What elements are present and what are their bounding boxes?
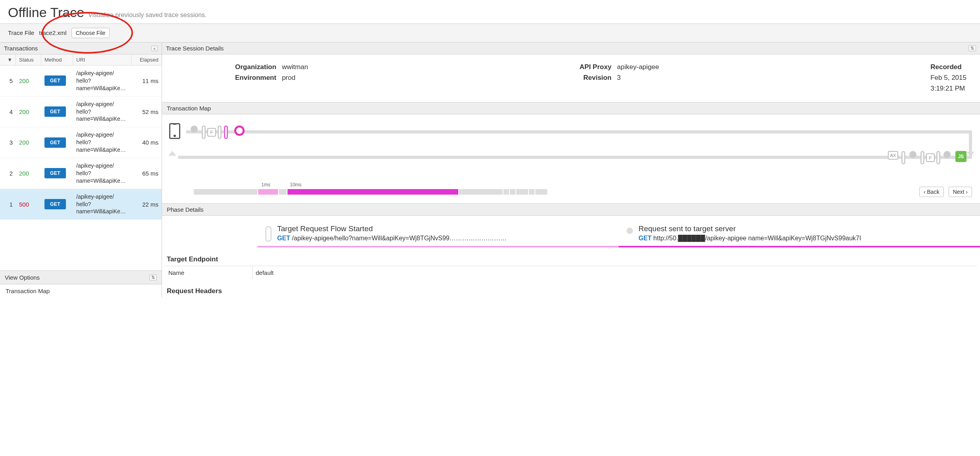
view-options-toggle[interactable]: ⇅ (149, 274, 157, 280)
target-endpoint-title: Target Endpoint (165, 253, 977, 266)
col-sort[interactable]: ▼ (0, 54, 16, 65)
flow-line-top (186, 130, 972, 133)
tx-status: 500 (16, 201, 41, 208)
col-method[interactable]: Method (41, 54, 73, 65)
tx-status: 200 (16, 139, 41, 146)
trace-file-name: trace2.xml (39, 29, 66, 36)
flow-target[interactable]: JS (955, 151, 966, 162)
phase-card-title: Target Request Flow Started (277, 224, 507, 233)
flow-step[interactable] (901, 151, 905, 164)
next-button[interactable]: Next › (949, 187, 972, 197)
flow-step[interactable] (191, 126, 198, 133)
phase-path: /apikey-apigee/hello?name=Will&apiKey=Wj… (292, 235, 507, 242)
tx-method: GET (41, 75, 73, 86)
tx-method: GET (41, 199, 73, 209)
request-headers-title: Request Headers (165, 285, 977, 298)
tx-uri: /apikey-apigee/hello?name=Will&apiKe… (73, 100, 131, 123)
env-value: prod (282, 72, 308, 83)
phase-card-title: Request sent to target server (639, 224, 861, 233)
flow-step[interactable]: AX (888, 151, 898, 160)
step-f-chip: F (207, 128, 216, 137)
col-status[interactable]: Status (16, 54, 41, 65)
transaction-row[interactable]: 5200GET/apikey-apigee/hello?name=Will&ap… (0, 66, 162, 97)
timeline-seg (535, 189, 547, 195)
flow-step-selected[interactable] (234, 126, 245, 136)
timeline-label-10ms: 10ms (290, 182, 301, 187)
phase-card-request-sent[interactable]: Request sent to target server GET http:/… (619, 221, 980, 247)
step-dot-icon (909, 151, 916, 158)
transaction-row[interactable]: 4200GET/apikey-apigee/hello?name=Will&ap… (0, 97, 162, 128)
step-pill-icon (936, 151, 940, 164)
tx-index: 4 (0, 108, 16, 115)
tx-elapsed: 52 ms (131, 108, 162, 115)
phase-card-target-request[interactable]: Target Request Flow Started GET /apikey-… (257, 221, 619, 247)
transaction-row[interactable]: 1500GET/apikey-apigee/hello?name=Will&ap… (0, 189, 162, 220)
step-pill-icon (218, 126, 222, 139)
details-toggle[interactable]: ⇅ (968, 45, 976, 51)
timeline-seg (529, 189, 534, 195)
transaction-row[interactable]: 3200GET/apikey-apigee/hello?name=Will&ap… (0, 127, 162, 158)
env-label: Environment (235, 72, 276, 83)
transaction-row[interactable]: 2200GET/apikey-apigee/hello?name=Will&ap… (0, 158, 162, 189)
timeline[interactable]: 1ms 10ms (194, 189, 914, 195)
step-dot-icon (943, 151, 951, 158)
trace-details-panel: Trace Session Details ⇅ Organization Env… (162, 43, 980, 298)
tx-status: 200 (16, 170, 41, 177)
timeline-row: 1ms 10ms ‹ Back Next › (162, 182, 980, 203)
phase-path: http://50.██████/apikey-apigee name=Will… (653, 235, 861, 242)
view-options-header[interactable]: View Options ⇅ (0, 271, 162, 284)
flow-arrow-up-icon (168, 151, 176, 156)
view-options-title: View Options (5, 274, 40, 281)
flow-step[interactable] (943, 151, 951, 158)
tx-index: 1 (0, 201, 16, 208)
tx-method: GET (41, 137, 73, 148)
recorded-label: Recorded (930, 62, 966, 72)
transaction-map[interactable]: F JS F AX (162, 114, 980, 182)
endpoint-name-label: Name (165, 266, 253, 279)
method-pill: GET (44, 168, 66, 178)
flow-arrow-down-icon (966, 152, 974, 157)
timeline-seg-magenta (287, 189, 458, 195)
col-elapsed[interactable]: Elapsed (131, 54, 162, 65)
col-uri[interactable]: URI (73, 54, 131, 65)
flow-step[interactable] (224, 126, 228, 139)
choose-file-button[interactable]: Choose File (71, 28, 110, 38)
proxy-label: API Proxy (580, 62, 612, 72)
timeline-seg-pink (258, 189, 278, 195)
recorded-time: 3:19:21 PM (930, 83, 966, 94)
http-verb: GET (277, 235, 290, 242)
phase-cards: Target Request Flow Started GET /apikey-… (162, 216, 980, 247)
step-dot-icon (191, 126, 198, 133)
tx-uri: /apikey-apigee/hello?name=Will&apiKe… (73, 193, 131, 216)
collapse-transactions-button[interactable]: « (151, 46, 158, 51)
step-pill-icon (920, 151, 924, 164)
flow-step[interactable]: F (920, 151, 940, 164)
step-ring-icon (234, 126, 245, 136)
method-pill: GET (44, 199, 66, 209)
tx-uri: /apikey-apigee/hello?name=Will&apiKe… (73, 162, 131, 185)
step-pill-magenta-icon (224, 126, 228, 139)
tx-status: 200 (16, 77, 41, 84)
timeline-seg (279, 189, 287, 195)
details-title: Trace Session Details (166, 45, 224, 52)
tx-uri: /apikey-apigee/hello?name=Will&apiKe… (73, 131, 131, 154)
trace-file-label: Trace File (8, 29, 34, 36)
tx-elapsed: 40 ms (131, 139, 162, 146)
tx-index: 3 (0, 139, 16, 146)
details-header: Trace Session Details ⇅ (162, 43, 980, 54)
tx-method: GET (41, 168, 73, 178)
flow-step[interactable] (909, 151, 916, 158)
phase-details-header: Phase Details (162, 203, 980, 216)
flow-step[interactable]: F (202, 126, 222, 139)
tx-elapsed: 11 ms (131, 77, 162, 84)
tx-status: 200 (16, 108, 41, 115)
nodejs-icon: JS (955, 151, 966, 162)
page-subtitle: Visualize previously saved trace session… (88, 12, 207, 18)
request-headers-section: Request Headers (162, 279, 980, 298)
transactions-column-headers: ▼ Status Method URI Elapsed (0, 54, 162, 66)
endpoint-name-value: default (253, 266, 277, 279)
timeline-seg (194, 189, 257, 195)
timeline-seg (459, 189, 503, 195)
back-button[interactable]: ‹ Back (919, 187, 944, 197)
view-option-transaction-map[interactable]: Transaction Map (0, 284, 162, 298)
